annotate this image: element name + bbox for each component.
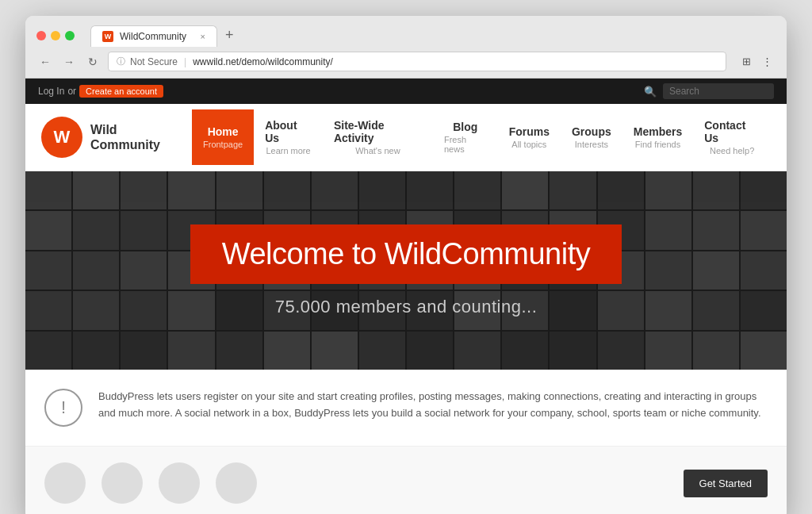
hero-cell xyxy=(598,171,644,209)
info-icon: ! xyxy=(44,389,82,427)
hero-cell xyxy=(550,171,596,209)
exclamation-icon: ! xyxy=(61,397,66,418)
title-bar: W WildCommunity × + xyxy=(25,16,787,47)
cta-button[interactable]: Get Started xyxy=(684,470,768,497)
hero-cell xyxy=(693,211,739,249)
site-name: Wild Community xyxy=(90,122,160,152)
tab-bar: W WildCommunity × + xyxy=(90,24,776,47)
menu-button[interactable]: ⋮ xyxy=(758,53,776,71)
refresh-button[interactable]: ↻ xyxy=(84,53,102,71)
nav-item-forums[interactable]: Forums All topics xyxy=(498,109,561,165)
admin-bar-left: Log In or Create an account xyxy=(38,85,163,98)
nav-sub-groups: Interests xyxy=(575,140,608,149)
hero-title: Welcome to WildCommunity xyxy=(222,237,591,271)
hero-title-box: Welcome to WildCommunity xyxy=(190,224,622,284)
hero-cell xyxy=(312,332,358,370)
browser-chrome: W WildCommunity × + ← → ↻ ⓘ Not Secure |… xyxy=(25,16,787,79)
nav-item-about[interactable]: About Us Learn more xyxy=(254,109,323,165)
hero-cell xyxy=(407,171,453,209)
forward-button[interactable]: → xyxy=(60,53,78,71)
hero-cell xyxy=(312,171,358,209)
nav-sub-about: Learn more xyxy=(266,146,310,155)
tab-favicon: W xyxy=(102,31,113,42)
url-separator: | xyxy=(184,56,186,67)
address-bar[interactable]: ⓘ Not Secure | wwwild.net/demo/wildcommu… xyxy=(108,52,726,71)
hero-cell xyxy=(73,171,119,209)
tab-close-button[interactable]: × xyxy=(201,32,205,41)
hero-cell xyxy=(407,332,453,370)
extensions-button[interactable]: ⊞ xyxy=(737,53,755,71)
admin-search-icon: 🔍 xyxy=(644,86,657,98)
website-content: Log In or Create an account 🔍 W Wild Com… xyxy=(25,79,787,514)
tab-title: WildCommunity xyxy=(120,31,186,42)
nav-label-groups: Groups xyxy=(572,125,611,138)
nav-sub-forums: All topics xyxy=(511,140,546,149)
hero-cell xyxy=(25,251,71,290)
nav-label-contact: Contact Us xyxy=(704,119,760,144)
nav-item-blog[interactable]: Blog Fresh news xyxy=(433,109,498,165)
nav-item-members[interactable]: Members Find friends xyxy=(622,109,693,165)
minimize-button[interactable] xyxy=(51,31,60,40)
hero-cell xyxy=(264,171,310,209)
hero-cell xyxy=(121,291,167,329)
hero-cell xyxy=(741,171,787,209)
log-in-link[interactable]: Log In xyxy=(38,86,64,97)
hero-cell xyxy=(741,251,787,290)
hero-cell xyxy=(598,332,644,370)
hero-cell xyxy=(264,332,310,370)
back-button[interactable]: ← xyxy=(36,53,54,71)
close-button[interactable] xyxy=(36,31,46,40)
hero-cell xyxy=(168,171,214,209)
nav-item-contact[interactable]: Contact Us Need help? xyxy=(693,109,771,165)
create-account-button[interactable]: Create an account xyxy=(79,85,163,98)
new-tab-button[interactable]: + xyxy=(217,24,242,47)
main-navigation: W Wild Community Home Frontpage About Us… xyxy=(25,104,787,171)
hero-cell xyxy=(25,171,71,209)
hero-cell xyxy=(121,211,167,249)
active-tab[interactable]: W WildCommunity × xyxy=(90,25,217,47)
hero-cell xyxy=(502,332,548,370)
info-text: BuddyPress lets users register on your s… xyxy=(98,389,768,422)
logo-circle: W xyxy=(41,117,82,158)
nav-label-members: Members xyxy=(634,125,682,138)
nav-sub-activity: What's new xyxy=(355,146,400,155)
nav-item-groups[interactable]: Groups Interests xyxy=(561,109,622,165)
nav-item-activity[interactable]: Site-Wide Activity What's new xyxy=(323,109,433,165)
nav-item-home[interactable]: Home Frontpage xyxy=(192,109,254,165)
avatar-4 xyxy=(216,462,257,504)
search-input[interactable] xyxy=(663,83,774,99)
hero-cell xyxy=(693,332,739,370)
hero-cell xyxy=(216,332,262,370)
hero-cell xyxy=(168,332,214,370)
hero-cell xyxy=(73,291,119,329)
hero-cell xyxy=(73,251,119,290)
admin-bar: Log In or Create an account 🔍 xyxy=(25,79,787,104)
hero-cell xyxy=(645,171,691,209)
site-logo[interactable]: W Wild Community xyxy=(41,104,176,171)
hero-cell xyxy=(73,211,119,249)
nav-sub-home: Frontpage xyxy=(203,140,243,149)
nav-sub-members: Find friends xyxy=(635,140,680,149)
hero-cell xyxy=(741,332,787,370)
hero-cell xyxy=(550,291,596,329)
maximize-button[interactable] xyxy=(65,31,75,40)
nav-items: Home Frontpage About Us Learn more Site-… xyxy=(192,109,771,165)
browser-actions: ⊞ ⋮ xyxy=(737,53,776,71)
nav-label-activity: Site-Wide Activity xyxy=(334,119,422,144)
hero-cell xyxy=(645,251,691,290)
hero-cell xyxy=(502,171,548,209)
or-label: or xyxy=(67,86,76,97)
hero-cell xyxy=(25,211,71,249)
hero-cell xyxy=(216,171,262,209)
hero-cell xyxy=(693,251,739,290)
address-bar-row: ← → ↻ ⓘ Not Secure | wwwild.net/demo/wil… xyxy=(25,47,787,78)
nav-label-forums: Forums xyxy=(509,125,550,138)
hero-cell xyxy=(73,332,119,370)
hero-cell xyxy=(693,291,739,329)
hero-cell xyxy=(359,332,405,370)
hero-cell xyxy=(693,171,739,209)
hero-cell xyxy=(645,211,691,249)
hero-cell xyxy=(121,171,167,209)
nav-label-blog: Blog xyxy=(453,121,477,133)
hero-cell xyxy=(645,332,691,370)
